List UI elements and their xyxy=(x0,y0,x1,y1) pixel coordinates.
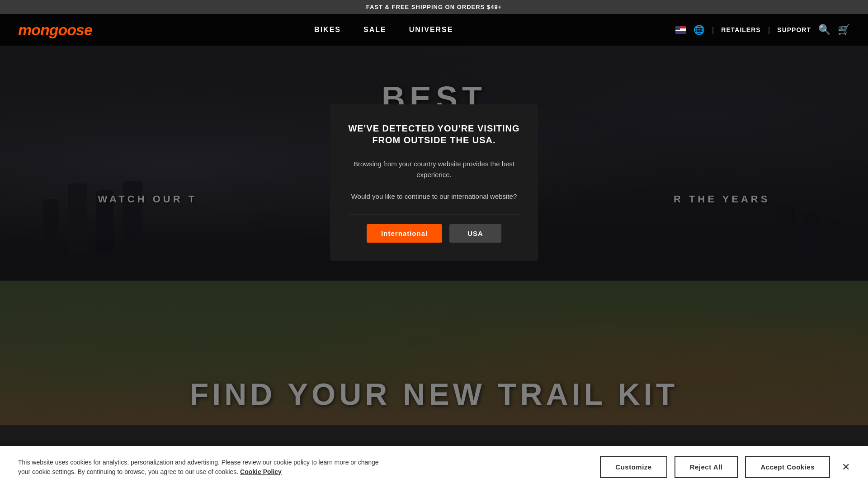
retailers-link[interactable]: RETAILERS xyxy=(721,26,760,33)
reject-all-button[interactable]: Reject All xyxy=(675,456,738,478)
us-flag-icon xyxy=(675,26,686,34)
modal-buttons: International USA xyxy=(348,224,520,243)
accept-cookies-button[interactable]: Accept Cookies xyxy=(745,456,830,478)
header: mongoose BIKES SALE UNIVERSE 🌐 | RETAILE… xyxy=(0,14,868,46)
cookie-buttons: Customize Reject All Accept Cookies ✕ xyxy=(600,456,850,478)
modal-body: Browsing from your country website provi… xyxy=(348,159,520,202)
globe-icon[interactable]: 🌐 xyxy=(693,24,705,35)
cookie-text: This website uses cookies for analytics,… xyxy=(18,458,380,477)
usa-button[interactable]: USA xyxy=(449,224,501,243)
announcement-text: FAST & FREE SHIPPING ON ORDERS $49+ xyxy=(366,4,502,10)
announcement-bar: FAST & FREE SHIPPING ON ORDERS $49+ xyxy=(0,0,868,14)
modal-title: WE'VE DETECTED YOU'RE VISITING FROM OUTS… xyxy=(348,122,520,146)
modal-body-line2: Would you like to continue to our intern… xyxy=(348,191,520,202)
main-nav: BIKES SALE UNIVERSE xyxy=(314,26,453,34)
cookie-policy-link[interactable]: Cookie Policy xyxy=(240,468,282,475)
modal-divider xyxy=(348,215,520,215)
logo[interactable]: mongoose xyxy=(18,21,92,39)
cart-icon[interactable]: 🛒 xyxy=(838,24,850,36)
nav-sale[interactable]: SALE xyxy=(363,26,387,34)
nav-bikes[interactable]: BIKES xyxy=(314,26,341,34)
cookie-close-button[interactable]: ✕ xyxy=(842,461,850,473)
customize-button[interactable]: Customize xyxy=(600,456,667,478)
cookie-banner: This website uses cookies for analytics,… xyxy=(0,446,868,488)
search-icon[interactable]: 🔍 xyxy=(818,24,830,36)
location-modal: WE'VE DETECTED YOU'RE VISITING FROM OUTS… xyxy=(330,104,538,261)
support-link[interactable]: SUPPORT xyxy=(777,26,811,33)
nav-universe[interactable]: UNIVERSE xyxy=(409,26,453,34)
header-right: 🌐 | RETAILERS | SUPPORT 🔍 🛒 xyxy=(675,24,850,36)
modal-overlay: WE'VE DETECTED YOU'RE VISITING FROM OUTS… xyxy=(0,46,868,425)
international-button[interactable]: International xyxy=(367,224,442,243)
modal-body-line1: Browsing from your country website provi… xyxy=(348,159,520,180)
